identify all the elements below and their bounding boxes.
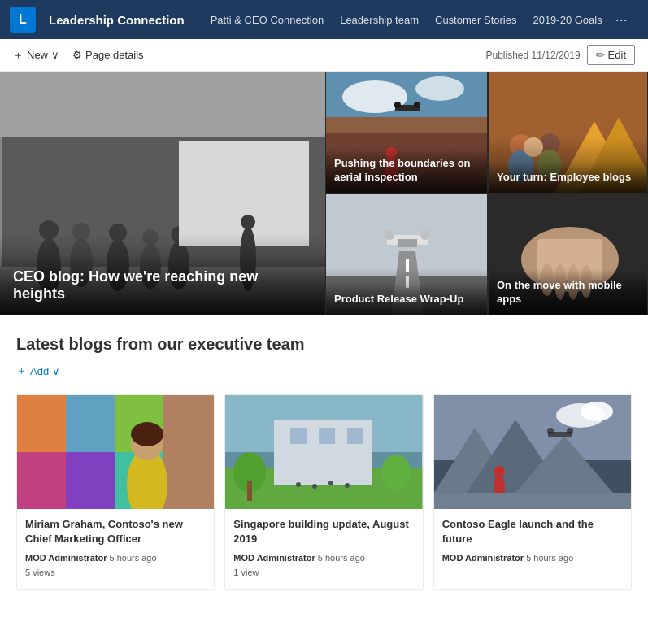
hero-cell-employee-blogs[interactable]: Your turn: Employee blogs [488, 72, 648, 194]
svg-rect-60 [17, 452, 66, 509]
miriam-svg [17, 395, 214, 509]
blog-card-eagle-body: Contoso Eagle launch and the future MOD … [434, 509, 631, 574]
plus-icon: ＋ [16, 363, 27, 378]
blog-card-miriam-time: 5 hours ago [110, 553, 157, 563]
blog-card-miriam-author: MOD Administrator [25, 553, 107, 563]
svg-rect-1 [0, 72, 325, 137]
nav-link-goals[interactable]: 2019-20 Goals [526, 11, 608, 29]
svg-point-90 [547, 428, 554, 434]
svg-point-16 [241, 215, 255, 229]
hero-cell-mobile-overlay: On the move with mobile apps [489, 271, 647, 315]
blog-card-miriam-views: 5 views [25, 568, 55, 577]
hero-main-title: CEO blog: How we're reaching new heights [13, 268, 312, 302]
top-nav: L Leadership Connection Patti & CEO Conn… [0, 0, 648, 39]
pencil-icon: ✏ [596, 49, 605, 61]
latest-blogs-title: Latest blogs from our executive team [16, 335, 632, 354]
blog-card-miriam-body: Miriam Graham, Contoso's new Chief Marke… [17, 509, 214, 589]
svg-rect-20 [326, 117, 488, 133]
blog-card-eagle-meta: MOD Administrator 5 hours ago [442, 551, 623, 566]
blog-card-eagle-image [434, 395, 631, 509]
site-logo: L [10, 7, 36, 33]
svg-rect-46 [398, 239, 417, 247]
blog-card-miriam[interactable]: Miriam Graham, Contoso's new Chief Marke… [16, 394, 215, 590]
svg-point-24 [394, 102, 401, 108]
published-status: Published 11/12/2019 [485, 50, 580, 61]
svg-point-91 [567, 428, 573, 434]
svg-point-25 [414, 102, 420, 108]
chevron-down-icon: ∨ [51, 49, 59, 61]
nav-link-customer[interactable]: Customer Stories [428, 11, 523, 29]
settings-icon: ⚙ [72, 49, 82, 61]
eagle-svg [434, 395, 631, 509]
hero-cell-aerial-overlay: Pushing the boundaries on aerial inspect… [326, 149, 487, 193]
svg-rect-72 [347, 428, 363, 444]
nav-actions: Edit ★ Following ↗ Share site [644, 11, 648, 29]
blog-cards-grid: Miriam Graham, Contoso's new Chief Marke… [16, 394, 632, 590]
blog-card-singapore-author: MOD Administrator [233, 553, 315, 563]
blog-card-singapore-body: Singapore building update, August 2019 M… [225, 509, 422, 589]
svg-point-88 [494, 466, 505, 477]
blog-card-singapore-views: 1 view [233, 568, 259, 577]
hero-cell-product-overlay: Product Release Wrap-Up [326, 285, 487, 315]
svg-point-86 [581, 402, 613, 421]
blog-card-singapore-title: Singapore building update, August 2019 [233, 517, 414, 546]
blog-card-eagle-title: Contoso Eagle launch and the future [442, 517, 623, 546]
svg-point-44 [385, 230, 394, 240]
svg-point-77 [312, 484, 317, 489]
svg-rect-92 [434, 493, 631, 509]
nav-link-patti[interactable]: Patti & CEO Connection [204, 11, 330, 29]
blog-card-eagle-author: MOD Administrator [442, 553, 524, 563]
blog-card-miriam-meta: MOD Administrator 5 hours ago 5 views [25, 551, 206, 580]
hero-main-cell[interactable]: CEO blog: How we're reaching new heights [0, 72, 325, 315]
svg-rect-61 [66, 452, 115, 509]
blog-card-singapore-meta: MOD Administrator 5 hours ago 1 view [233, 551, 414, 580]
blog-card-miriam-image [17, 395, 214, 509]
svg-point-45 [420, 230, 430, 240]
blog-card-singapore-image [225, 395, 422, 509]
svg-point-79 [345, 483, 350, 488]
new-button[interactable]: ＋ New ∨ [13, 48, 59, 63]
nav-link-leadership[interactable]: Leadership team [333, 11, 425, 29]
blog-card-eagle[interactable]: Contoso Eagle launch and the future MOD … [433, 394, 632, 590]
blog-card-singapore-time: 5 hours ago [318, 553, 365, 563]
content-area: Latest blogs from our executive team ＋ A… [0, 315, 648, 629]
svg-rect-57 [17, 395, 66, 452]
nav-links: Patti & CEO Connection Leadership team C… [204, 11, 631, 29]
nav-edit-button[interactable]: Edit [644, 11, 648, 29]
hero-cell-mobile[interactable]: On the move with mobile apps [488, 194, 648, 315]
svg-rect-74 [247, 481, 252, 501]
toolbar-right: Published 11/12/2019 ✏ Edit [485, 45, 635, 65]
svg-point-75 [381, 455, 411, 490]
blog-card-eagle-time: 5 hours ago [526, 553, 573, 563]
svg-rect-58 [66, 395, 115, 452]
svg-point-76 [296, 482, 301, 487]
page-details-button[interactable]: ⚙ Page details [72, 49, 144, 61]
hero-grid: CEO blog: How we're reaching new heights [0, 72, 648, 315]
hero-cell-employee-overlay: Your turn: Employee blogs [489, 163, 647, 193]
edit-button[interactable]: ✏ Edit [587, 45, 635, 65]
hero-cell-employee-title: Your turn: Employee blogs [497, 171, 639, 185]
blog-card-singapore[interactable]: Singapore building update, August 2019 M… [224, 394, 423, 590]
toolbar-left: ＋ New ∨ ⚙ Page details [13, 48, 144, 63]
singapore-svg [225, 395, 422, 509]
hero-main-overlay: CEO blog: How we're reaching new heights [0, 255, 325, 315]
hero-cell-mobile-title: On the move with mobile apps [497, 279, 639, 307]
hero-cell-aerial[interactable]: Pushing the boundaries on aerial inspect… [325, 72, 488, 194]
bottom-section: Monthly Q&As Each month all employees ar… [0, 629, 648, 644]
hero-cell-product-title: Product Release Wrap-Up [334, 293, 479, 307]
svg-point-22 [415, 76, 464, 101]
nav-more-icon[interactable]: ··· [612, 11, 631, 28]
hero-cell-aerial-title: Pushing the boundaries on aerial inspect… [334, 157, 479, 185]
blog-card-miriam-title: Miriam Graham, Contoso's new Chief Marke… [25, 517, 206, 546]
svg-rect-71 [319, 428, 335, 444]
add-button[interactable]: ＋ Add ∨ [16, 360, 632, 381]
chevron-down-icon: ∨ [52, 365, 60, 377]
plus-icon: ＋ [13, 48, 24, 63]
page-toolbar: ＋ New ∨ ⚙ Page details Published 11/12/2… [0, 39, 648, 72]
hero-cell-product[interactable]: Product Release Wrap-Up [325, 194, 488, 315]
svg-rect-70 [290, 428, 307, 444]
svg-point-65 [131, 422, 163, 446]
svg-point-78 [328, 481, 333, 485]
site-title: Leadership Connection [49, 13, 185, 27]
